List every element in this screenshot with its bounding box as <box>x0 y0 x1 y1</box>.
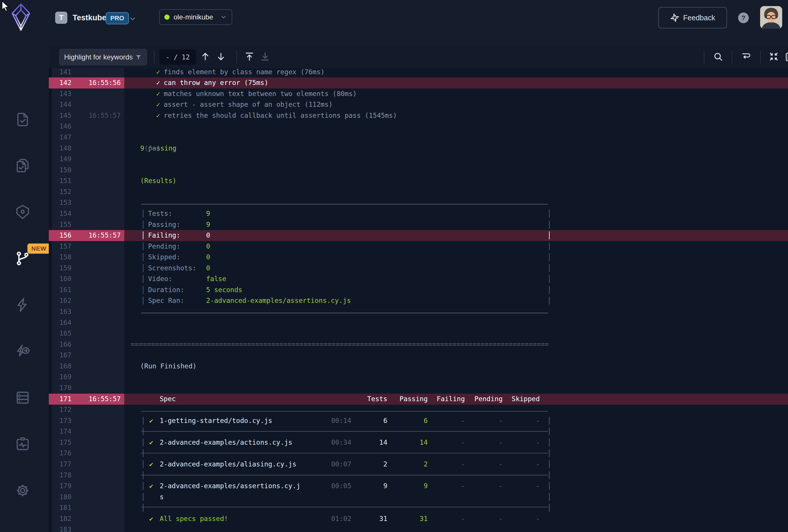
line-number: 155 <box>52 219 72 230</box>
box-border: │ <box>141 252 145 263</box>
feedback-label: Feedback <box>683 14 715 22</box>
spec-duration: 00:07 <box>316 459 351 470</box>
log-line-149: 149 <box>49 154 788 165</box>
log-text: matches unknown text between two element… <box>164 88 357 100</box>
sidebar-item-test-suites[interactable] <box>15 158 31 174</box>
sidebar-item-webhooks[interactable] <box>15 343 31 360</box>
log-text: (Run Finished) <box>140 361 197 372</box>
lightning-arrow-icon <box>15 343 31 360</box>
spec-name: All specs passed! <box>160 513 228 525</box>
spec-pending: - <box>468 480 503 492</box>
org-chevron-down-icon[interactable] <box>129 15 136 23</box>
box-border: │ <box>547 437 551 448</box>
box-border: │ <box>141 459 145 470</box>
log-line-157: 157│Pending:0│ <box>49 241 788 252</box>
box-border: │ <box>547 295 551 306</box>
log-line-170: 170 <box>49 383 788 394</box>
line-number: 145 <box>52 110 72 121</box>
box-border: │ <box>547 426 551 437</box>
spec-passing: 2 <box>393 459 428 470</box>
toolbar-divider <box>236 50 237 63</box>
log-line-148: 1489 passing (6s) <box>49 143 788 154</box>
scroll-to-bottom-button[interactable] <box>260 51 271 62</box>
spec-pending: - <box>468 459 503 470</box>
help-button[interactable]: ? <box>738 13 749 23</box>
log-output[interactable]: 141✓finds element by class name regex (7… <box>49 68 788 532</box>
lightning-icon <box>15 297 31 313</box>
toolbar-divider <box>154 50 155 63</box>
log-line-172: 172 <box>49 404 788 415</box>
spec-failing: - <box>430 459 465 470</box>
keyword-filter-input[interactable]: Highlight for keywords <box>59 49 147 65</box>
highlight-row <box>124 230 788 241</box>
line-number: 178 <box>52 470 72 481</box>
funnel-icon <box>135 54 142 61</box>
sidebar-item-tests[interactable] <box>15 111 31 128</box>
log-text: finds element by class name regex (76ms) <box>164 68 324 78</box>
box-border: │ <box>547 415 551 426</box>
log-line-143: 143✓matches unknown text between two ele… <box>49 88 788 100</box>
spec-column-header: Tests <box>353 394 387 405</box>
line-number: 164 <box>52 318 72 328</box>
box-border: │ <box>547 503 551 513</box>
spec-skipped: - <box>505 459 540 470</box>
line-number: 157 <box>52 241 72 252</box>
wrap-lines-button[interactable] <box>741 51 751 62</box>
line-number: 151 <box>52 176 72 186</box>
log-line-154: 154│Tests:9│ <box>49 208 788 219</box>
line-number: 174 <box>52 426 72 437</box>
log-text: 9 <box>206 208 210 219</box>
gear-icon <box>15 483 31 499</box>
box-border: │ <box>547 273 551 285</box>
check-icon: ✓ <box>156 78 160 88</box>
log-text: Spec Ran: <box>148 295 184 306</box>
toolbar-divider <box>760 50 761 63</box>
box-border: │ <box>141 415 145 426</box>
feedback-button[interactable]: Feedback <box>658 7 727 28</box>
line-number: 146 <box>52 121 72 132</box>
user-avatar[interactable] <box>760 6 782 29</box>
sidebar-item-triggers[interactable] <box>15 297 31 313</box>
timestamp: 16:55:57 <box>88 110 121 121</box>
box-border: │ <box>141 285 145 295</box>
passing-summary: 9 passing (6s) <box>140 143 160 154</box>
box-border: │ <box>141 263 145 274</box>
box-border-top <box>141 411 548 412</box>
log-text: assert - assert shape of an object (112m… <box>164 99 333 110</box>
spec-skipped: - <box>505 480 540 492</box>
log-line-179: 179││✔2-advanced-examples/assertions.cy.… <box>49 480 788 492</box>
copy-log-button[interactable] <box>784 51 788 62</box>
next-match-button[interactable] <box>215 51 226 62</box>
spec-passing: 6 <box>393 415 428 426</box>
spec-tests: 2 <box>353 459 387 470</box>
log-text: 9 <box>206 219 210 230</box>
line-number: 175 <box>52 437 72 448</box>
spec-pending: - <box>468 415 503 426</box>
log-line-173: 173││✔1-getting-started/todo.cy.js00:146… <box>49 415 788 426</box>
line-number: 182 <box>52 513 72 525</box>
org-initial: T <box>59 14 64 22</box>
log-line-183: 183 <box>49 524 788 532</box>
sidebar-nav: NEW <box>0 45 49 532</box>
spec-failing: - <box>430 480 465 492</box>
spec-pending: - <box>468 513 503 525</box>
table-row-separator <box>141 475 548 475</box>
search-icon[interactable] <box>712 51 724 62</box>
log-text: retries the should callback until assert… <box>164 110 397 121</box>
box-border: │ <box>547 241 551 252</box>
log-text: Screenshots: <box>148 263 196 274</box>
box-border: │ <box>141 295 145 306</box>
sidebar-item-executors[interactable] <box>15 204 31 220</box>
environment-selector[interactable]: ole-minikube <box>159 9 232 25</box>
prev-match-button[interactable] <box>200 51 211 62</box>
collapse-fullscreen-button[interactable] <box>768 51 779 62</box>
scroll-to-top-button[interactable] <box>244 51 255 62</box>
sidebar-item-settings[interactable] <box>15 483 31 499</box>
sidebar-item-monitoring[interactable] <box>15 436 31 452</box>
org-name[interactable]: Testkube <box>73 13 106 22</box>
sidebar-item-sources[interactable] <box>15 390 31 406</box>
match-counter: - / 12 <box>159 49 196 65</box>
spec-duration: 00:14 <box>316 415 351 426</box>
org-avatar[interactable]: T <box>55 12 67 24</box>
testkube-logo-icon[interactable] <box>11 3 31 31</box>
